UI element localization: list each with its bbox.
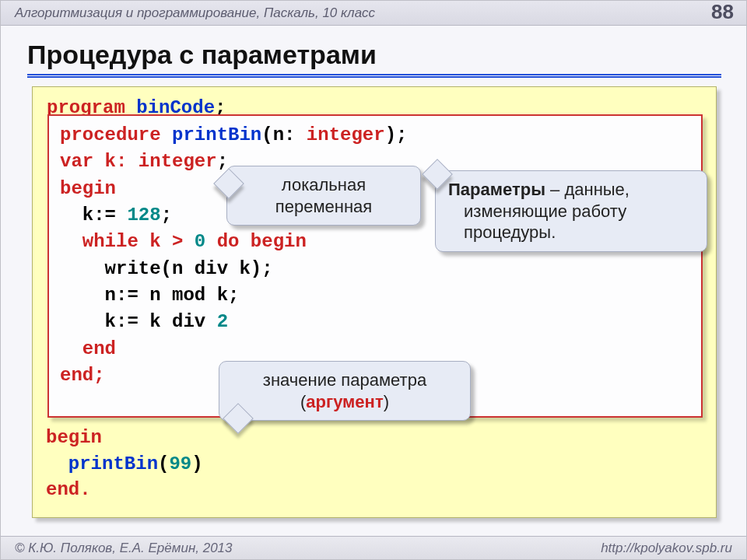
l8-a: k:= k div xyxy=(60,311,217,332)
type-integer-1: integer xyxy=(307,124,385,145)
lp: ( xyxy=(158,453,169,474)
title-underline xyxy=(27,74,721,78)
kw-begin-outer: begin xyxy=(46,427,102,448)
footer-url: http://kpolyakov.spb.ru xyxy=(601,537,732,559)
kw-while: while k > xyxy=(60,231,195,252)
kw-end-loop: end xyxy=(60,338,116,359)
call-indent xyxy=(46,453,68,474)
kw-end-outer: end. xyxy=(46,479,91,500)
callout-params-rest3: процедуры. xyxy=(448,222,694,243)
proc-name: printBin xyxy=(172,124,261,145)
page-title: Процедура с параметрами xyxy=(27,40,377,70)
l6: write(n div k); xyxy=(60,258,273,279)
num-128: 128 xyxy=(127,205,160,226)
callout-local-line1: локальная xyxy=(240,174,408,196)
call-name: printBin xyxy=(68,453,158,474)
callout-arg-rp: ) xyxy=(384,392,389,411)
callout-params: Параметры – данные, изменяющие работу пр… xyxy=(435,170,707,252)
proc-sig-open: (n: xyxy=(261,124,307,145)
page-number: 88 xyxy=(711,0,734,24)
kw-begin-inner: begin xyxy=(60,178,116,199)
num-2: 2 xyxy=(217,311,228,332)
callout-params-rest2: изменяющие работу xyxy=(448,201,694,222)
l4-c: ; xyxy=(161,205,172,226)
callout-params-rest1: – данные, xyxy=(545,180,630,199)
call-arg: 99 xyxy=(169,453,191,474)
callout-arg-line1: значение параметра xyxy=(232,369,458,391)
rp: ) xyxy=(191,453,202,474)
type-integer-2: integer xyxy=(139,151,217,172)
kw-procedure: procedure xyxy=(60,124,172,145)
num-0: 0 xyxy=(195,231,205,252)
slide-footer: © К.Ю. Поляков, Е.А. Ерёмин, 2013 http:/… xyxy=(1,536,746,559)
footer-copyright: © К.Ю. Поляков, Е.А. Ерёмин, 2013 xyxy=(15,537,233,559)
breadcrumb: Алгоритмизация и программирование, Паска… xyxy=(15,5,375,20)
callout-local-line2: переменная xyxy=(240,196,408,218)
semi-2: ; xyxy=(217,151,228,172)
kw-do-begin: do begin xyxy=(205,231,307,252)
callout-argument: значение параметра (аргумент) xyxy=(219,361,471,421)
callout-params-bold: Параметры xyxy=(448,180,545,199)
slide-header: Алгоритмизация и программирование, Паска… xyxy=(1,1,746,26)
callout-arg-word: аргумент xyxy=(306,392,383,411)
kw-end-proc: end; xyxy=(60,365,105,386)
callout-local-var: локальная переменная xyxy=(226,166,421,226)
l7: n:= n mod k; xyxy=(60,285,239,306)
kw-var: var k: xyxy=(60,151,139,172)
proc-sig-close: ); xyxy=(385,124,408,145)
outer-bottom-code: begin printBin(99) end. xyxy=(46,425,203,503)
l4-a: k:= xyxy=(60,205,127,226)
